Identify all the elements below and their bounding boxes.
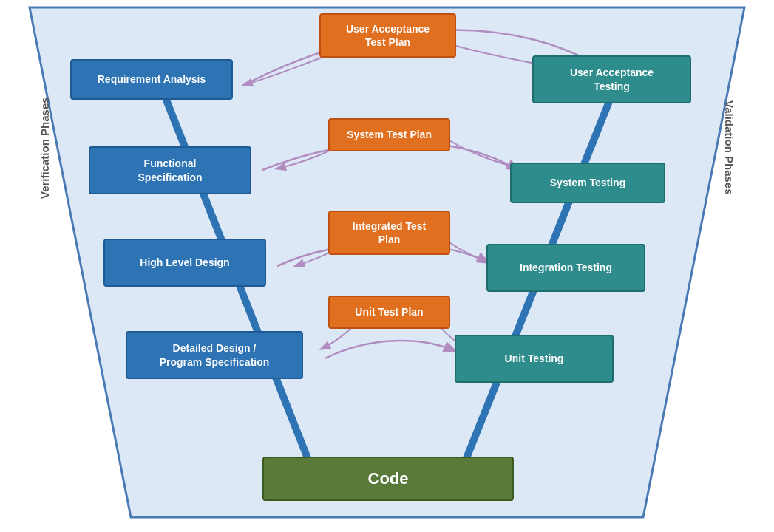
detailed-design-box: Detailed Design /Program Specification: [126, 331, 303, 379]
validation-label: Validation Phases: [723, 30, 736, 266]
system-test-plan-box: System Test Plan: [328, 118, 450, 151]
high-level-design-box: High Level Design: [103, 239, 266, 287]
uat-plan-box: User AcceptanceTest Plan: [319, 13, 456, 58]
functional-spec-box: FunctionalSpecification: [89, 146, 251, 194]
integration-testing-box: Integration Testing: [486, 244, 645, 292]
verification-label: Verification Phases: [38, 30, 51, 266]
unit-testing-box: Unit Testing: [455, 335, 614, 383]
uat-box: User AcceptanceTesting: [532, 55, 691, 103]
requirement-analysis-box: Requirement Analysis: [70, 59, 233, 100]
unit-test-plan-box: Unit Test Plan: [328, 296, 450, 329]
system-testing-box: System Testing: [510, 163, 665, 203]
code-box: Code: [262, 457, 514, 501]
v-model-diagram: Requirement Analysis FunctionalSpecifica…: [0, 0, 774, 532]
integrated-test-plan-box: Integrated TestPlan: [328, 211, 450, 255]
